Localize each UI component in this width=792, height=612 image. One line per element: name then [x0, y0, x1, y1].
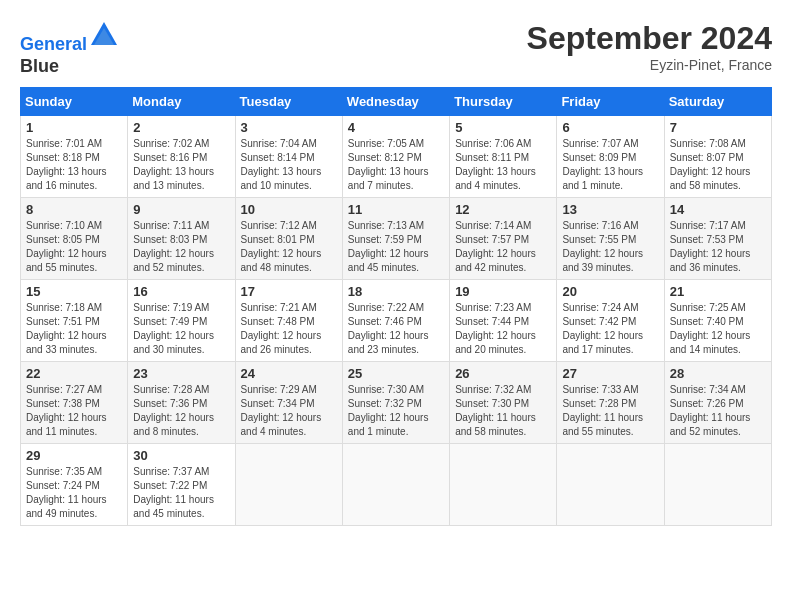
- location: Eyzin-Pinet, France: [527, 57, 772, 73]
- calendar-cell: 22Sunrise: 7:27 AMSunset: 7:38 PMDayligh…: [21, 362, 128, 444]
- day-number: 19: [455, 284, 551, 299]
- day-detail: Sunrise: 7:24 AMSunset: 7:42 PMDaylight:…: [562, 301, 658, 357]
- calendar-cell: [557, 444, 664, 526]
- calendar-table: SundayMondayTuesdayWednesdayThursdayFrid…: [20, 87, 772, 526]
- day-detail: Sunrise: 7:27 AMSunset: 7:38 PMDaylight:…: [26, 383, 122, 439]
- day-number: 23: [133, 366, 229, 381]
- calendar-cell: 24Sunrise: 7:29 AMSunset: 7:34 PMDayligh…: [235, 362, 342, 444]
- day-of-week-sunday: Sunday: [21, 88, 128, 116]
- day-detail: Sunrise: 7:02 AMSunset: 8:16 PMDaylight:…: [133, 137, 229, 193]
- calendar-cell: 6Sunrise: 7:07 AMSunset: 8:09 PMDaylight…: [557, 116, 664, 198]
- day-detail: Sunrise: 7:23 AMSunset: 7:44 PMDaylight:…: [455, 301, 551, 357]
- day-number: 1: [26, 120, 122, 135]
- day-detail: Sunrise: 7:35 AMSunset: 7:24 PMDaylight:…: [26, 465, 122, 521]
- day-number: 16: [133, 284, 229, 299]
- day-number: 26: [455, 366, 551, 381]
- day-number: 17: [241, 284, 337, 299]
- calendar-cell: 15Sunrise: 7:18 AMSunset: 7:51 PMDayligh…: [21, 280, 128, 362]
- day-of-week-tuesday: Tuesday: [235, 88, 342, 116]
- day-detail: Sunrise: 7:25 AMSunset: 7:40 PMDaylight:…: [670, 301, 766, 357]
- logo: GeneralBlue: [20, 20, 119, 77]
- calendar-cell: 13Sunrise: 7:16 AMSunset: 7:55 PMDayligh…: [557, 198, 664, 280]
- day-number: 7: [670, 120, 766, 135]
- calendar-cell: 4Sunrise: 7:05 AMSunset: 8:12 PMDaylight…: [342, 116, 449, 198]
- day-number: 5: [455, 120, 551, 135]
- day-detail: Sunrise: 7:22 AMSunset: 7:46 PMDaylight:…: [348, 301, 444, 357]
- day-of-week-thursday: Thursday: [450, 88, 557, 116]
- calendar-cell: [450, 444, 557, 526]
- day-detail: Sunrise: 7:34 AMSunset: 7:26 PMDaylight:…: [670, 383, 766, 439]
- day-detail: Sunrise: 7:19 AMSunset: 7:49 PMDaylight:…: [133, 301, 229, 357]
- day-number: 28: [670, 366, 766, 381]
- day-number: 2: [133, 120, 229, 135]
- calendar-cell: 30Sunrise: 7:37 AMSunset: 7:22 PMDayligh…: [128, 444, 235, 526]
- day-of-week-wednesday: Wednesday: [342, 88, 449, 116]
- day-number: 13: [562, 202, 658, 217]
- calendar-cell: 29Sunrise: 7:35 AMSunset: 7:24 PMDayligh…: [21, 444, 128, 526]
- logo-text: GeneralBlue: [20, 20, 119, 77]
- calendar-cell: 26Sunrise: 7:32 AMSunset: 7:30 PMDayligh…: [450, 362, 557, 444]
- day-number: 4: [348, 120, 444, 135]
- day-of-week-friday: Friday: [557, 88, 664, 116]
- month-title: September 2024: [527, 20, 772, 57]
- day-number: 20: [562, 284, 658, 299]
- calendar-week-5: 29Sunrise: 7:35 AMSunset: 7:24 PMDayligh…: [21, 444, 772, 526]
- day-number: 11: [348, 202, 444, 217]
- calendar-cell: 12Sunrise: 7:14 AMSunset: 7:57 PMDayligh…: [450, 198, 557, 280]
- calendar-cell: [235, 444, 342, 526]
- day-detail: Sunrise: 7:28 AMSunset: 7:36 PMDaylight:…: [133, 383, 229, 439]
- calendar-cell: 19Sunrise: 7:23 AMSunset: 7:44 PMDayligh…: [450, 280, 557, 362]
- calendar-cell: 11Sunrise: 7:13 AMSunset: 7:59 PMDayligh…: [342, 198, 449, 280]
- calendar-cell: 3Sunrise: 7:04 AMSunset: 8:14 PMDaylight…: [235, 116, 342, 198]
- calendar-cell: 23Sunrise: 7:28 AMSunset: 7:36 PMDayligh…: [128, 362, 235, 444]
- day-detail: Sunrise: 7:07 AMSunset: 8:09 PMDaylight:…: [562, 137, 658, 193]
- calendar-cell: 2Sunrise: 7:02 AMSunset: 8:16 PMDaylight…: [128, 116, 235, 198]
- day-number: 24: [241, 366, 337, 381]
- page-header: GeneralBlue September 2024 Eyzin-Pinet, …: [20, 20, 772, 77]
- day-number: 8: [26, 202, 122, 217]
- day-number: 9: [133, 202, 229, 217]
- day-number: 27: [562, 366, 658, 381]
- day-detail: Sunrise: 7:32 AMSunset: 7:30 PMDaylight:…: [455, 383, 551, 439]
- day-number: 18: [348, 284, 444, 299]
- calendar-cell: 10Sunrise: 7:12 AMSunset: 8:01 PMDayligh…: [235, 198, 342, 280]
- day-detail: Sunrise: 7:04 AMSunset: 8:14 PMDaylight:…: [241, 137, 337, 193]
- day-number: 25: [348, 366, 444, 381]
- calendar-cell: 5Sunrise: 7:06 AMSunset: 8:11 PMDaylight…: [450, 116, 557, 198]
- title-area: September 2024 Eyzin-Pinet, France: [527, 20, 772, 73]
- day-number: 29: [26, 448, 122, 463]
- calendar-cell: 16Sunrise: 7:19 AMSunset: 7:49 PMDayligh…: [128, 280, 235, 362]
- day-detail: Sunrise: 7:18 AMSunset: 7:51 PMDaylight:…: [26, 301, 122, 357]
- day-detail: Sunrise: 7:14 AMSunset: 7:57 PMDaylight:…: [455, 219, 551, 275]
- day-detail: Sunrise: 7:11 AMSunset: 8:03 PMDaylight:…: [133, 219, 229, 275]
- calendar-cell: 20Sunrise: 7:24 AMSunset: 7:42 PMDayligh…: [557, 280, 664, 362]
- calendar-cell: 27Sunrise: 7:33 AMSunset: 7:28 PMDayligh…: [557, 362, 664, 444]
- calendar-cell: 18Sunrise: 7:22 AMSunset: 7:46 PMDayligh…: [342, 280, 449, 362]
- day-number: 12: [455, 202, 551, 217]
- calendar-cell: 25Sunrise: 7:30 AMSunset: 7:32 PMDayligh…: [342, 362, 449, 444]
- day-detail: Sunrise: 7:37 AMSunset: 7:22 PMDaylight:…: [133, 465, 229, 521]
- calendar-week-4: 22Sunrise: 7:27 AMSunset: 7:38 PMDayligh…: [21, 362, 772, 444]
- calendar-cell: 14Sunrise: 7:17 AMSunset: 7:53 PMDayligh…: [664, 198, 771, 280]
- calendar-cell: 17Sunrise: 7:21 AMSunset: 7:48 PMDayligh…: [235, 280, 342, 362]
- logo-icon: [89, 20, 119, 50]
- day-number: 3: [241, 120, 337, 135]
- day-detail: Sunrise: 7:16 AMSunset: 7:55 PMDaylight:…: [562, 219, 658, 275]
- day-of-week-saturday: Saturday: [664, 88, 771, 116]
- day-detail: Sunrise: 7:05 AMSunset: 8:12 PMDaylight:…: [348, 137, 444, 193]
- day-number: 15: [26, 284, 122, 299]
- calendar-cell: 21Sunrise: 7:25 AMSunset: 7:40 PMDayligh…: [664, 280, 771, 362]
- calendar-week-3: 15Sunrise: 7:18 AMSunset: 7:51 PMDayligh…: [21, 280, 772, 362]
- day-detail: Sunrise: 7:06 AMSunset: 8:11 PMDaylight:…: [455, 137, 551, 193]
- day-detail: Sunrise: 7:10 AMSunset: 8:05 PMDaylight:…: [26, 219, 122, 275]
- day-detail: Sunrise: 7:29 AMSunset: 7:34 PMDaylight:…: [241, 383, 337, 439]
- day-number: 6: [562, 120, 658, 135]
- day-detail: Sunrise: 7:21 AMSunset: 7:48 PMDaylight:…: [241, 301, 337, 357]
- day-detail: Sunrise: 7:12 AMSunset: 8:01 PMDaylight:…: [241, 219, 337, 275]
- day-number: 30: [133, 448, 229, 463]
- day-of-week-monday: Monday: [128, 88, 235, 116]
- calendar-cell: 28Sunrise: 7:34 AMSunset: 7:26 PMDayligh…: [664, 362, 771, 444]
- day-number: 22: [26, 366, 122, 381]
- calendar-cell: 8Sunrise: 7:10 AMSunset: 8:05 PMDaylight…: [21, 198, 128, 280]
- calendar-cell: 7Sunrise: 7:08 AMSunset: 8:07 PMDaylight…: [664, 116, 771, 198]
